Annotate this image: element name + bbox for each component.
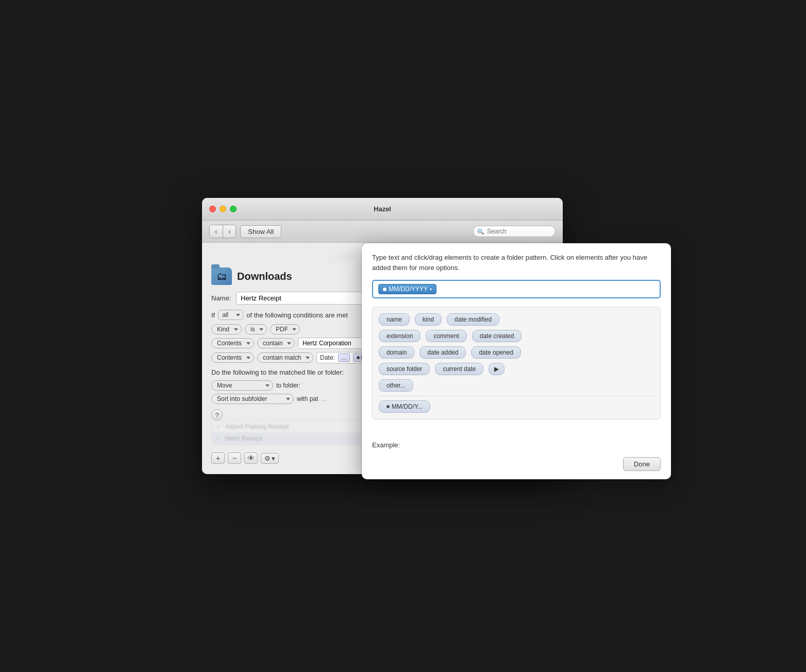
pattern-token-label: MM/DD/YYYY [389, 285, 428, 293]
toolbar: ‹ › Show All ⌕ [202, 221, 563, 243]
condition-1-operator[interactable]: is [245, 324, 267, 334]
back-button[interactable]: ‹ [210, 225, 223, 238]
popup-footer: Example: Done [362, 436, 671, 479]
element-comment[interactable]: comment [426, 330, 466, 342]
element-date-opened[interactable]: date opened [471, 346, 521, 359]
bg-rule-2-check: ✓ [216, 435, 221, 442]
date-ellipsis-token[interactable]: ... [338, 354, 350, 362]
folder-name: Downloads [237, 271, 292, 282]
pattern-token[interactable]: MM/DD/YYYY ▾ [378, 284, 436, 294]
action-1-preposition: to folder: [276, 382, 300, 389]
close-button[interactable] [209, 206, 216, 212]
search-icon: ⌕ [477, 228, 481, 234]
name-label: Name: [211, 294, 232, 302]
done-button[interactable]: Done [623, 457, 661, 471]
element-name[interactable]: name [379, 313, 410, 326]
gear-dropdown-arrow: ▾ [272, 455, 275, 462]
condition-1-field[interactable]: Kind [211, 324, 242, 334]
minimize-button[interactable] [220, 206, 226, 212]
condition-2-field[interactable]: Contents [211, 338, 254, 348]
example-label: Example: [372, 441, 400, 449]
add-rule-button[interactable]: + [211, 452, 225, 464]
maximize-button[interactable] [230, 206, 237, 212]
remove-rule-button[interactable]: − [228, 452, 241, 464]
pattern-input-area[interactable]: MM/DD/YYYY ▾ [372, 280, 661, 298]
search-wrapper: ⌕ [473, 226, 556, 237]
condition-3-field[interactable]: Contents [211, 352, 254, 363]
element-extension[interactable]: extension [379, 330, 421, 342]
condition-2-operator[interactable]: contain [257, 338, 295, 348]
condition-3-operator[interactable]: contain match [257, 352, 313, 363]
traffic-lights [209, 206, 237, 212]
elements-row-1: name kind date modified [379, 313, 654, 326]
element-domain[interactable]: domain [379, 346, 414, 359]
pattern-ellipsis: ... [321, 396, 325, 402]
element-more-arrow[interactable]: ▶ [489, 363, 505, 375]
element-date-added[interactable]: date added [419, 346, 466, 359]
preview-button[interactable]: 👁 [244, 452, 258, 464]
bg-rule-2-name: Hertz Receipt [225, 435, 263, 442]
conditions-suffix-label: of the following conditions are met [246, 311, 348, 319]
nav-buttons: ‹ › [209, 225, 236, 238]
preview-token-label: MM/DD/Y... [392, 403, 423, 410]
date-ellipsis-label: ... [342, 355, 346, 361]
elements-divider [379, 396, 654, 396]
element-source-folder[interactable]: source folder [379, 363, 430, 375]
action-2-preposition: with pat [297, 395, 318, 402]
bg-rule-1-name: Airport Parking Receipt [225, 423, 289, 430]
element-other[interactable]: other... [379, 379, 413, 392]
element-current-date[interactable]: current date [435, 363, 483, 375]
conditions-operator-select[interactable]: all any [218, 310, 243, 320]
bg-tab-rules: Rules [328, 250, 366, 262]
condition-1-value[interactable]: PDF [270, 324, 300, 334]
bg-rule-1-check: ✓ [216, 423, 221, 430]
date-radio-dot [357, 356, 360, 359]
conditions-if-label: If [211, 311, 215, 319]
elements-preview-row: MM/DD/Y... [379, 400, 654, 413]
element-date-modified[interactable]: date modified [447, 313, 499, 326]
pattern-token-arrow: ▾ [430, 287, 432, 292]
folder-icon: 🗂 [211, 267, 232, 285]
elements-row-4: source folder current date ▶ [379, 363, 654, 375]
pattern-token-radio [383, 288, 387, 291]
preview-date-token[interactable]: MM/DD/Y... [379, 400, 430, 413]
element-kind[interactable]: kind [415, 313, 442, 326]
gear-icon: ⚙ [264, 455, 271, 462]
gear-menu-button[interactable]: ⚙ ▾ [261, 453, 279, 464]
action-2-type[interactable]: Sort into subfolder [211, 394, 294, 404]
popup-content: Type text and click/drag elements to cre… [362, 243, 671, 436]
elements-grid: name kind date modified extension commen… [372, 307, 661, 419]
window-title: Hazel [374, 205, 391, 213]
forward-button[interactable]: › [223, 225, 236, 238]
action-1-type[interactable]: Move [211, 380, 273, 391]
done-row: Done [372, 457, 661, 471]
folder-pattern-popup: Type text and click/drag elements to cre… [362, 243, 671, 479]
search-input[interactable] [473, 226, 556, 237]
help-button[interactable]: ? [211, 409, 223, 421]
element-date-created[interactable]: date created [472, 330, 522, 342]
elements-row-2: extension comment date created [379, 330, 654, 342]
popup-description: Type text and click/drag elements to cre… [372, 253, 661, 273]
title-bar: Hazel [202, 198, 563, 221]
elements-row-3: domain date added date opened [379, 346, 654, 359]
elements-row-other: other... [379, 379, 654, 392]
date-label: Date: [320, 354, 335, 361]
show-all-button[interactable]: Show All [240, 225, 281, 238]
preview-radio-dot [387, 405, 390, 408]
example-row: Example: [372, 441, 661, 449]
